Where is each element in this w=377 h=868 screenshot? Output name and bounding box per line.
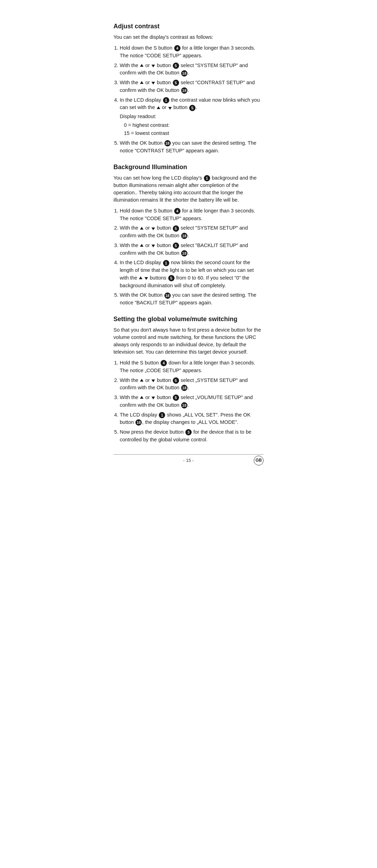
ac-step-2: With the or button 5 select "SYSTEM SETU… xyxy=(120,62,264,77)
steps-background-illumination: Hold down the S button 4 for a little lo… xyxy=(120,207,264,307)
gv-step2-mid: button xyxy=(155,377,172,383)
ac-step2-text: With the xyxy=(120,63,140,68)
bi-step3-end: . xyxy=(188,250,189,256)
ac-step-5: With the OK button 18 you can save the d… xyxy=(120,139,264,155)
bi-intro-text: You can set how long the LCD display's xyxy=(113,175,204,181)
arrow-down-icon-bi2 xyxy=(151,227,155,230)
section-global-volume: Setting the global volume/mute switching… xyxy=(113,314,264,444)
steps-adjust-contrast: Hold down the S button 4 for a little lo… xyxy=(120,44,264,155)
ac-step3-end: . xyxy=(188,87,189,93)
arrow-up-icon-bi4 xyxy=(139,276,142,279)
section-background-illumination: Background Illumination You can set how … xyxy=(113,162,264,307)
bi-step-3: With the or button 5 select "BACKLIT SET… xyxy=(120,242,264,257)
arrow-up-icon-ac2 xyxy=(140,64,143,67)
steps-global-volume: Hold the S button 4 down for a little lo… xyxy=(120,359,264,444)
gv-step4-text: The LCD display xyxy=(120,412,158,418)
badge-5-bi3: 5 xyxy=(173,243,179,249)
section-title-global-volume: Setting the global volume/mute switching xyxy=(113,314,264,324)
gv-step3-end: . xyxy=(188,402,189,408)
badge-18-gv3: 18 xyxy=(181,402,187,408)
arrow-up-icon-gv2 xyxy=(140,379,143,382)
badge-3-gv5: 3 xyxy=(185,429,192,435)
badge-18-ac3: 18 xyxy=(181,87,187,94)
bi-step2-end: . xyxy=(188,233,189,238)
gv-step1-text: Hold the S button xyxy=(120,360,160,366)
gv-step-4: The LCD display 1 shows „ALL VOL SET". P… xyxy=(120,411,264,427)
arrow-down-icon-ac3 xyxy=(151,82,155,85)
section-adjust-contrast: Adjust contrast You can set the display'… xyxy=(113,22,264,155)
ac-step2-mid: button xyxy=(155,63,172,68)
arrow-down-icon-ac2 xyxy=(151,65,155,67)
badge-18-gv2: 18 xyxy=(181,385,187,391)
gv-step2-or: or xyxy=(144,377,151,383)
bi-step3-or: or xyxy=(144,243,151,248)
badge-18-ac5: 18 xyxy=(164,140,171,146)
arrow-up-icon-bi3 xyxy=(140,244,143,247)
intro-adjust-contrast: You can set the display's contrast as fo… xyxy=(113,34,264,41)
intro-global-volume: So that you don't always have to first p… xyxy=(113,326,264,356)
display-readout-15: 15 = lowest contrast xyxy=(124,129,264,137)
section-title-adjust-contrast: Adjust contrast xyxy=(113,22,264,31)
bi-step-4: In the LCD display 1 now blinks the seco… xyxy=(120,259,264,289)
bi-step-2: With the or button 5 select "SYSTEM SETU… xyxy=(120,224,264,240)
gv-step3-or: or xyxy=(144,395,151,400)
badge-1-bi-intro: 1 xyxy=(204,175,210,181)
bi-step2-mid: button xyxy=(155,225,172,231)
gv-step3-text: With the xyxy=(120,395,140,400)
badge-18-bi2: 18 xyxy=(181,233,187,239)
badge-1-ac4: 1 xyxy=(163,97,169,103)
ac-step2-or: or xyxy=(144,63,151,68)
arrow-up-icon-ac4 xyxy=(157,106,160,109)
badge-18-gv4: 18 xyxy=(135,419,142,426)
arrow-down-icon-bi4 xyxy=(145,277,148,280)
ac-step3-or: or xyxy=(144,80,151,85)
bi-step3-text: With the xyxy=(120,243,140,248)
ac-step-3: With the or button 5 select "CONTRAST SE… xyxy=(120,79,264,94)
page-footer: - 15 - GB xyxy=(113,454,264,464)
badge-1-bi4: 1 xyxy=(163,260,169,266)
badge-5-gv2: 5 xyxy=(173,377,179,384)
ac-step-1: Hold down the S button 4 for a little lo… xyxy=(120,44,264,60)
ac-step4-or: or xyxy=(161,104,168,110)
badge-18-bi3: 18 xyxy=(181,250,187,256)
bi-step2-or: or xyxy=(144,225,151,231)
ac-step-4: In the LCD display 1 the contrast value … xyxy=(120,96,264,138)
ac-step2-end: . xyxy=(188,70,189,75)
bi-step4-space xyxy=(143,275,144,281)
badge-18-bi5: 18 xyxy=(164,292,171,299)
badge-5-ac2: 5 xyxy=(173,63,179,69)
bi-step1-text: Hold down the S button xyxy=(120,208,174,214)
bi-step-5: With the OK button 18 you can save the d… xyxy=(120,291,264,307)
ac-step3-mid: button xyxy=(155,80,172,85)
badge-5-ac4: 5 xyxy=(189,105,195,111)
badge-1-gv4: 1 xyxy=(159,412,165,418)
badge-5-gv3: 5 xyxy=(173,395,179,401)
ac-step4-text: In the LCD display xyxy=(120,97,163,103)
display-readout-label: Display readout: xyxy=(120,113,264,121)
bi-step-1: Hold down the S button 4 for a little lo… xyxy=(120,207,264,223)
badge-5-bi4: 5 xyxy=(168,275,175,281)
badge-4-gv1: 4 xyxy=(161,360,167,366)
ac-step1-text: Hold down the S button xyxy=(120,45,174,51)
gv-step5-text: Now press the device button xyxy=(120,429,185,435)
country-badge: GB xyxy=(254,456,264,465)
ac-step5-text: With the OK button xyxy=(120,140,164,146)
bi-step3-mid: button xyxy=(155,243,172,248)
gv-step-1: Hold the S button 4 down for a little lo… xyxy=(120,359,264,375)
gv-step-3: With the or button 5 select „VOL/MUTE SE… xyxy=(120,394,264,409)
arrow-down-icon-bi3 xyxy=(151,245,155,247)
gv-step2-end: . xyxy=(188,385,189,390)
intro-background-illumination: You can set how long the LCD display's 1… xyxy=(113,174,264,204)
arrow-up-icon-bi2 xyxy=(140,227,143,230)
badge-4-ac1: 4 xyxy=(174,45,180,51)
bi-step5-text: With the OK button xyxy=(120,292,164,298)
ac-step4-mid2: button xyxy=(172,104,189,110)
arrow-up-icon-ac3 xyxy=(140,81,143,84)
badge-4-bi1: 4 xyxy=(174,208,180,214)
arrow-down-icon-gv3 xyxy=(151,397,155,399)
display-readout-0: 0 = highest contrast: xyxy=(124,121,264,129)
bi-step4-text: In the LCD display xyxy=(120,260,163,265)
bi-step4-mid2: buttons xyxy=(148,275,168,281)
gv-step-2: With the or button 5 select „SYSTEM SETU… xyxy=(120,377,264,392)
gv-step4-end: , the display changes to „ALL VOL MODE". xyxy=(142,419,238,425)
